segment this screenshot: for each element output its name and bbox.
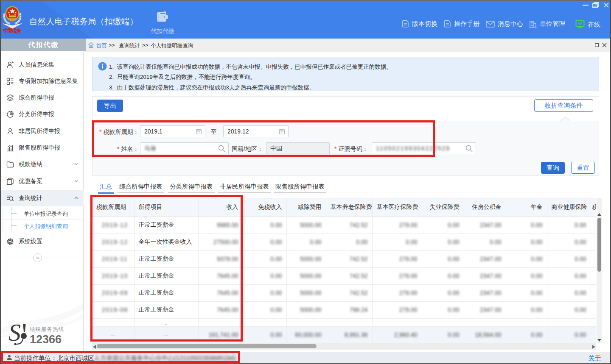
svg-text:中国税务: 中国税务	[3, 28, 22, 33]
